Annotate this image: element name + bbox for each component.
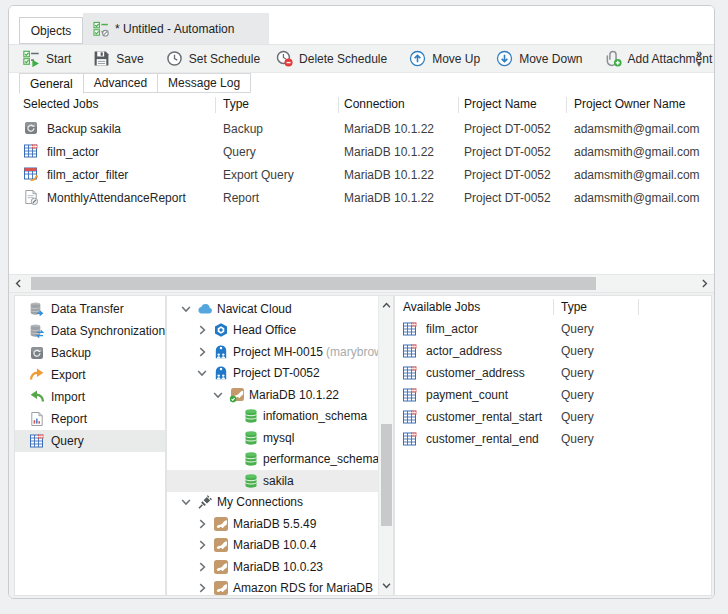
tree-item-mariadb-5-5-49[interactable]: MariaDB 5.5.49	[167, 513, 378, 535]
scroll-up-icon[interactable]	[381, 300, 392, 311]
tree-item-sakila[interactable]: sakila	[167, 470, 378, 492]
tree-item-mariadb-10-0-23[interactable]: MariaDB 10.0.23	[167, 556, 378, 578]
list-item[interactable]: film_actor Query	[395, 318, 711, 340]
toolbar-overflow-button[interactable]: » ▾	[691, 48, 707, 70]
category-data-synchronization[interactable]: Data Synchronization	[15, 320, 165, 342]
list-item[interactable]: actor_address Query	[395, 340, 711, 362]
tree-item-project-dt-0052[interactable]: Project DT-0052	[167, 363, 378, 385]
job-name: actor_address	[426, 344, 502, 358]
tab-general[interactable]: General	[19, 73, 84, 94]
overflow-caret-icon: ▾	[691, 59, 707, 70]
delete-schedule-label: Delete Schedule	[299, 52, 387, 66]
mariadb-icon	[213, 537, 229, 553]
tree-item-my-connections[interactable]: My Connections	[167, 492, 378, 514]
backup-icon	[29, 345, 45, 361]
data-transfer-icon	[29, 301, 45, 317]
connection-tree-panel: Navicat Cloud Head Office Project MH-001…	[166, 295, 394, 596]
tree-item-head-office[interactable]: Head Office	[167, 320, 378, 342]
column-divider	[338, 97, 339, 113]
tree-item-label: MariaDB 10.0.23	[233, 560, 323, 574]
category-label: Data Synchronization	[51, 324, 165, 338]
tree-item-performance-schema[interactable]: performance_schema	[167, 449, 378, 471]
tree-item-label: Navicat Cloud	[217, 302, 292, 316]
tree-item-project-mh-0015[interactable]: Project MH-0015 (marybrow	[167, 341, 378, 363]
scroll-right-icon[interactable]	[699, 278, 710, 289]
move-up-button[interactable]: Move Up	[401, 47, 488, 71]
table-row[interactable]: film_actor Query MariaDB 10.1.22 Project…	[9, 140, 714, 163]
move-up-label: Move Up	[432, 52, 480, 66]
job-name: customer_rental_start	[426, 410, 542, 424]
scroll-left-icon[interactable]	[13, 278, 24, 289]
job-type: Query	[561, 410, 594, 424]
project-icon	[213, 344, 229, 360]
list-item[interactable]: customer_rental_end Query	[395, 428, 711, 450]
tab-objects[interactable]: Objects	[19, 17, 83, 44]
query-icon	[29, 433, 45, 449]
horizontal-scrollbar-thumb[interactable]	[31, 277, 596, 290]
chevron-right-icon[interactable]	[195, 581, 209, 595]
tab-advanced[interactable]: Advanced	[83, 73, 158, 93]
tab-message-log-label: Message Log	[168, 76, 240, 90]
list-item[interactable]: payment_count Query	[395, 384, 711, 406]
bottom-region: Data Transfer Data Synchronization Backu…	[9, 293, 714, 598]
chevron-right-icon[interactable]	[195, 323, 209, 337]
table-row[interactable]: MonthlyAttendanceReport Report MariaDB 1…	[9, 186, 714, 209]
chevron-right-icon[interactable]	[195, 560, 209, 574]
category-label: Report	[51, 412, 87, 426]
horizontal-scrollbar[interactable]	[9, 274, 714, 293]
start-icon	[23, 50, 40, 67]
col-selected-jobs: Selected Jobs	[23, 97, 98, 111]
tree-item-label: Head Office	[233, 323, 296, 337]
database-icon	[243, 430, 259, 446]
overflow-chevrons: »	[691, 48, 707, 59]
vertical-scrollbar[interactable]	[378, 296, 393, 595]
tree-item-mariadb-10-0-4[interactable]: MariaDB 10.0.4	[167, 535, 378, 557]
category-export[interactable]: Export	[15, 364, 165, 386]
arrow-up-circle-icon	[409, 50, 426, 67]
category-query[interactable]: Query	[15, 430, 165, 452]
category-import[interactable]: Import	[15, 386, 165, 408]
automation-window: Objects * Untitled - Automation Start Sa…	[8, 5, 715, 599]
scroll-down-icon[interactable]	[381, 580, 392, 591]
set-schedule-button[interactable]: Set Schedule	[158, 47, 268, 71]
tab-untitled-automation[interactable]: * Untitled - Automation	[83, 13, 269, 44]
chevron-down-icon[interactable]	[211, 388, 225, 402]
vertical-scrollbar-thumb[interactable]	[381, 424, 392, 526]
table-row[interactable]: film_actor_filter Export Query MariaDB 1…	[9, 163, 714, 186]
tree-indent-spacer	[227, 452, 241, 466]
head-office-icon	[213, 322, 229, 338]
save-label: Save	[116, 52, 143, 66]
query-icon	[402, 387, 418, 403]
chevron-right-icon[interactable]	[195, 538, 209, 552]
job-type: Export Query	[223, 168, 294, 182]
tree-item-amazon-rds-for-mariadb[interactable]: Amazon RDS for MariaDB	[167, 578, 378, 596]
tab-message-log[interactable]: Message Log	[157, 73, 251, 93]
job-type: Backup	[223, 122, 263, 136]
category-data-transfer[interactable]: Data Transfer	[15, 298, 165, 320]
column-divider	[566, 97, 567, 113]
tree-item-label: performance_schema	[263, 452, 378, 466]
job-name: film_actor_filter	[47, 168, 128, 182]
move-down-button[interactable]: Move Down	[488, 47, 590, 71]
delete-schedule-button[interactable]: Delete Schedule	[268, 47, 395, 71]
category-report[interactable]: Report	[15, 408, 165, 430]
job-name: customer_address	[426, 366, 525, 380]
chevron-down-icon[interactable]	[179, 495, 193, 509]
list-item[interactable]: customer_address Query	[395, 362, 711, 384]
chevron-right-icon[interactable]	[195, 517, 209, 531]
job-type: Query	[223, 145, 256, 159]
save-button[interactable]: Save	[85, 47, 151, 71]
tree-item-mysql[interactable]: mysql	[167, 427, 378, 449]
chevron-down-icon[interactable]	[195, 366, 209, 380]
tree-item-mariadb-10-1-22[interactable]: MariaDB 10.1.22	[167, 384, 378, 406]
table-row[interactable]: Backup sakila Backup MariaDB 10.1.22 Pro…	[9, 117, 714, 140]
list-item[interactable]: customer_rental_start Query	[395, 406, 711, 428]
tree-item-infomation-schema[interactable]: infomation_schema	[167, 406, 378, 428]
chevron-down-icon[interactable]	[179, 302, 193, 316]
chevron-right-icon[interactable]	[195, 345, 209, 359]
start-button[interactable]: Start	[15, 47, 79, 71]
column-divider	[638, 299, 639, 315]
category-backup[interactable]: Backup	[15, 342, 165, 364]
tree-item-navicat-cloud[interactable]: Navicat Cloud	[167, 298, 378, 320]
tab-advanced-label: Advanced	[94, 76, 147, 90]
